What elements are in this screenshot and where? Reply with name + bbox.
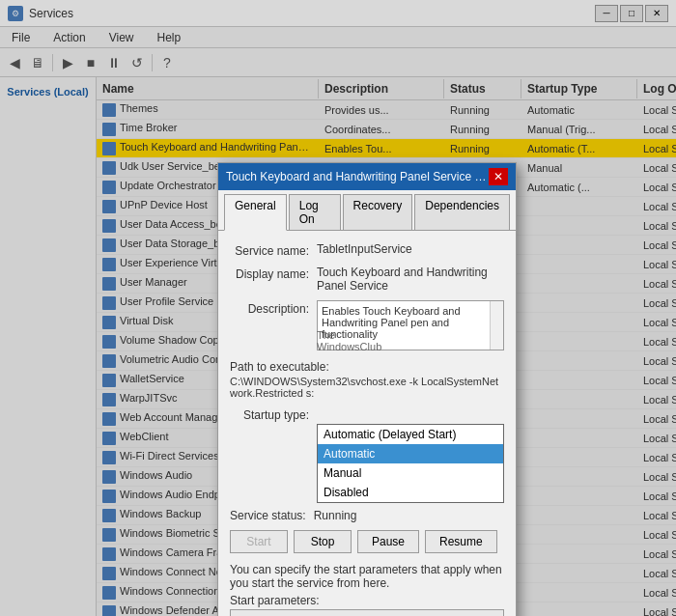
display-name-row: Display name: Touch Keyboard and Handwri… [230,266,504,293]
dropdown-item-automatic[interactable]: Automatic [318,444,503,463]
service-status-value: Running [314,509,357,522]
service-status-label: Service status: [230,509,306,522]
path-value: C:\WINDOWS\System32\svchost.exe -k Local… [230,376,504,399]
display-name-value: Touch Keyboard and Handwriting Panel Ser… [317,266,504,293]
dialog-title-bar: Touch Keyboard and Handwriting Panel Ser… [218,163,516,190]
dropdown-item-disabled[interactable]: Disabled [318,483,503,502]
description-box: Enables Touch Keyboard and Handwriting P… [317,300,504,350]
pause-button[interactable]: Pause [357,530,419,553]
dialog-close-button[interactable]: ✕ [489,168,508,185]
start-params-info: You can specify the start parameters tha… [230,563,504,590]
stop-button[interactable]: Stop [294,530,352,553]
tab-logon[interactable]: Log On [289,194,341,230]
control-buttons: Start Stop Pause Resume [230,530,504,553]
dialog-title: Touch Keyboard and Handwriting Panel Ser… [226,170,489,183]
dropdown-item-manual[interactable]: Manual [318,463,503,483]
start-button[interactable]: Start [230,530,288,553]
start-params-label: Start parameters: [230,594,504,607]
startup-type-row: Startup type: Automatic (Delayed Start) … [230,406,504,422]
description-row: Description: Enables Touch Keyboard and … [230,300,504,350]
display-name-label: Display name: [230,266,317,281]
dialog-body: Service name: TabletInputService Display… [218,231,516,616]
service-name-value: TabletInputService [317,242,504,256]
description-scrollbar[interactable] [490,301,503,350]
tab-recovery[interactable]: Recovery [343,194,413,230]
resume-button[interactable]: Resume [425,530,497,553]
path-section: Path to executable: C:\WINDOWS\System32\… [230,360,504,399]
start-params-input[interactable] [230,609,504,616]
path-label: Path to executable: [230,360,504,374]
start-params-section: You can specify the start parameters tha… [230,563,504,616]
service-name-row: Service name: TabletInputService [230,242,504,258]
dialog-tabs: General Log On Recovery Dependencies [218,190,516,231]
service-name-label: Service name: [230,242,317,258]
properties-dialog: Touch Keyboard and Handwriting Panel Ser… [217,162,517,616]
tab-dependencies[interactable]: Dependencies [414,194,510,230]
dialog-overlay: Touch Keyboard and Handwriting Panel Ser… [0,0,676,616]
dropdown-item-delayed[interactable]: Automatic (Delayed Start) [318,425,503,444]
description-label: Description: [230,300,317,316]
startup-dropdown-list: Automatic (Delayed Start) Automatic Manu… [317,424,504,503]
tab-general[interactable]: General [224,194,287,231]
dropdown-open: Automatic (Delayed Start) Automatic Manu… [317,424,504,503]
description-text: Enables Touch Keyboard and Handwriting P… [322,305,461,340]
service-status-row: Service status: Running [230,509,504,522]
startup-type-label: Startup type: [230,406,317,422]
